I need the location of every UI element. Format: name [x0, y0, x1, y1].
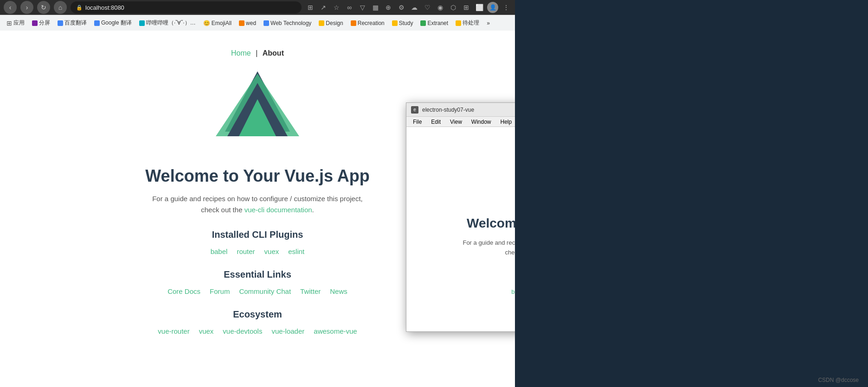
reload-button[interactable]: ↻: [37, 1, 50, 14]
bookmark-extranet-label: Extranet: [427, 20, 448, 26]
browser-window: ‹ › ↻ ⌂ 🔒 localhost:8080 ⊞ ↗ ☆ ∞ ▽ ▦ ⊕ ⚙…: [0, 0, 515, 387]
eco-vuex[interactable]: vuex: [199, 327, 214, 335]
electron-vue-app: Home | About: [406, 127, 515, 318]
electron-app-icon: e: [411, 106, 418, 114]
plugin-vuex[interactable]: vuex: [264, 247, 279, 255]
extranet-icon: [420, 20, 426, 26]
recreation-icon: [351, 20, 356, 26]
bookmark-recreation[interactable]: Recreation: [348, 19, 387, 27]
ext7-icon[interactable]: ♡: [422, 2, 432, 13]
dark-background-right: [515, 0, 868, 387]
bookmarks-bar: ⊞ 应用 分屏 百度翻译 Google 翻译 哔哩哔哩（·ˇ∀ˇ·）… 😊 Em…: [0, 15, 515, 31]
bookmark-wed[interactable]: wed: [236, 19, 259, 27]
bookmark-design[interactable]: Design: [316, 19, 346, 27]
electron-menubar: File Edit View Window Help: [406, 117, 515, 127]
ext6-icon[interactable]: ☁: [409, 2, 419, 13]
forward-button[interactable]: ›: [20, 1, 33, 14]
bookmark-apps-label: 应用: [13, 19, 25, 27]
bookmark-google-trans[interactable]: Google 翻译: [91, 18, 135, 28]
bookmark-apps[interactable]: ⊞ 应用: [4, 18, 27, 28]
electron-app-title: Welcome to Your Vue.js App: [413, 216, 515, 231]
nav-home-link[interactable]: Home: [231, 49, 251, 57]
menu-window[interactable]: Window: [468, 118, 495, 126]
ext8-icon[interactable]: ◉: [435, 2, 445, 13]
menu-help[interactable]: Help: [497, 118, 515, 126]
link-forum[interactable]: Forum: [210, 287, 230, 295]
electron-scroll-area[interactable]: Home | About: [406, 127, 515, 331]
ext9-icon[interactable]: ⬡: [448, 2, 458, 13]
bookmark-bilibili-label: 哔哩哔哩（·ˇ∀ˇ·）…: [146, 19, 196, 27]
wed-icon: [239, 20, 244, 26]
eco-vue-devtools[interactable]: vue-devtools: [223, 327, 262, 335]
vue-cli-docs-link[interactable]: vue-cli documentation: [244, 206, 312, 214]
watermark: CSDN @dccose: [818, 377, 859, 383]
bookmark-pending-label: 待处理: [463, 19, 479, 27]
link-core-docs[interactable]: Core Docs: [167, 287, 200, 295]
plugin-babel[interactable]: babel: [211, 247, 228, 255]
bookmark-emoji[interactable]: 😊 EmojiAll: [200, 19, 234, 27]
pending-icon: [456, 20, 461, 26]
ext10-icon[interactable]: ⊞: [461, 2, 471, 13]
electron-cli-plugins: babel router vuex eslint: [413, 288, 515, 295]
nav-about-link[interactable]: About: [263, 49, 284, 57]
more-bookmarks[interactable]: »: [484, 19, 493, 27]
ext5-icon[interactable]: ⚙: [396, 2, 406, 13]
ext2-icon[interactable]: ▽: [357, 2, 367, 13]
bookmark-web-tech-label: Web Technology: [270, 20, 311, 26]
bookmark-baidu-trans[interactable]: 百度翻译: [55, 18, 90, 28]
electron-window: e electron-study07-vue ─ □ ✕ File Edit V…: [406, 102, 515, 332]
ext1-icon[interactable]: ∞: [344, 2, 354, 13]
design-icon: [319, 20, 324, 26]
electron-window-title: electron-study07-vue: [422, 107, 515, 113]
vue-logo: [211, 71, 304, 152]
share-icon[interactable]: ↗: [318, 2, 328, 13]
star-icon[interactable]: ☆: [331, 2, 341, 13]
profile-avatar[interactable]: 👤: [487, 2, 498, 13]
electron-nav: Home | About: [413, 136, 515, 144]
electron-content-area: Home | About: [406, 127, 515, 331]
ext4-icon[interactable]: ⊕: [383, 2, 393, 13]
eco-vue-loader[interactable]: vue-loader: [271, 327, 304, 335]
bookmark-bilibili[interactable]: 哔哩哔哩（·ˇ∀ˇ·）…: [136, 18, 199, 28]
menu-icon[interactable]: ⋮: [501, 2, 511, 13]
bookmark-study[interactable]: Study: [389, 19, 416, 27]
extension-icon[interactable]: ⊞: [305, 2, 315, 13]
bookmark-fenyi-label: 分屏: [39, 19, 50, 27]
electron-plugin-babel[interactable]: babel: [511, 288, 515, 295]
link-community-chat[interactable]: Community Chat: [239, 287, 291, 295]
emoji-icon: 😊: [203, 20, 210, 26]
bookmark-pending[interactable]: 待处理: [453, 18, 482, 28]
ext3-icon[interactable]: ▦: [370, 2, 380, 13]
electron-titlebar: e electron-study07-vue ─ □ ✕: [406, 103, 515, 117]
browser-content: Home | About Welcome to: [0, 31, 515, 387]
bookmark-extranet[interactable]: Extranet: [418, 19, 451, 27]
plugin-router[interactable]: router: [237, 247, 255, 255]
electron-cli-plugins-title: Installed CLI Plugins: [413, 272, 515, 281]
menu-file[interactable]: File: [409, 118, 425, 126]
back-button[interactable]: ‹: [4, 1, 17, 14]
plugin-eslint[interactable]: eslint: [288, 247, 304, 255]
window-switch-icon[interactable]: ⬜: [474, 2, 484, 13]
nav-separator: |: [256, 49, 257, 57]
baidu-trans-icon: [58, 20, 63, 26]
link-twitter[interactable]: Twitter: [300, 287, 321, 295]
study-icon: [392, 20, 398, 26]
home-button[interactable]: ⌂: [54, 1, 67, 14]
electron-app-subtitle: For a guide and recipes on how to config…: [413, 238, 515, 258]
menu-edit[interactable]: Edit: [427, 118, 444, 126]
bookmark-recreation-label: Recreation: [358, 20, 385, 26]
bookmark-web-tech[interactable]: Web Technology: [261, 19, 314, 27]
browser-titlebar: ‹ › ↻ ⌂ 🔒 localhost:8080 ⊞ ↗ ☆ ∞ ▽ ▦ ⊕ ⚙…: [0, 0, 515, 15]
menu-view[interactable]: View: [446, 118, 466, 126]
bookmark-baidu-trans-label: 百度翻译: [64, 19, 87, 27]
bilibili-icon: [139, 20, 145, 26]
apps-grid-icon: ⊞: [6, 19, 12, 27]
bookmark-emoji-label: EmojiAll: [212, 20, 231, 26]
eco-vue-router[interactable]: vue-router: [158, 327, 189, 335]
address-bar[interactable]: 🔒 localhost:8080: [71, 1, 302, 13]
link-news[interactable]: News: [330, 287, 347, 295]
main-nav: Home | About: [9, 49, 506, 57]
bookmark-fenyi[interactable]: 分屏: [29, 18, 53, 28]
google-trans-icon: [94, 20, 100, 26]
eco-awesome-vue[interactable]: awesome-vue: [314, 327, 357, 335]
